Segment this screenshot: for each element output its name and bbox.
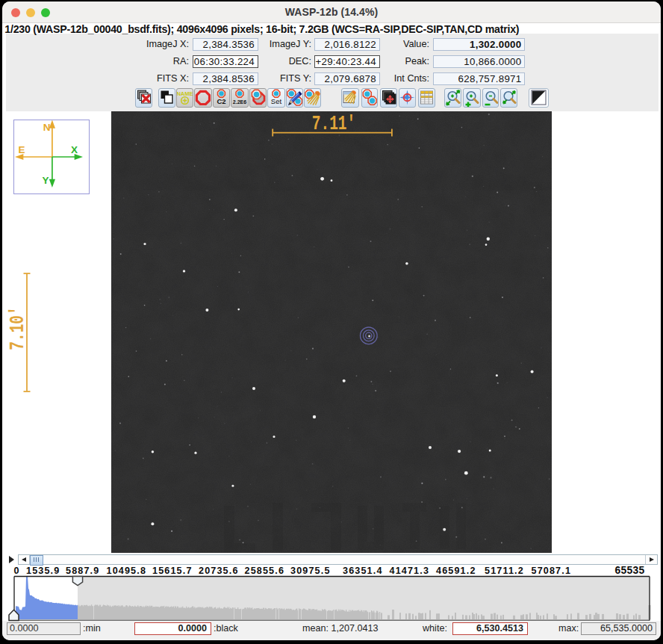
svg-text:Y: Y: [42, 175, 49, 186]
svg-text:E: E: [18, 144, 25, 155]
svg-text:NAME: NAME: [177, 90, 193, 97]
svg-text:N: N: [43, 121, 50, 132]
svg-text:7.10': 7.10': [6, 306, 29, 350]
svg-text:2.2E6: 2.2E6: [233, 99, 246, 105]
svg-text:C2: C2: [217, 97, 225, 105]
svg-text:7.11': 7.11': [312, 111, 355, 134]
svg-text:X: X: [70, 143, 77, 155]
svg-text:Set: Set: [271, 97, 282, 105]
